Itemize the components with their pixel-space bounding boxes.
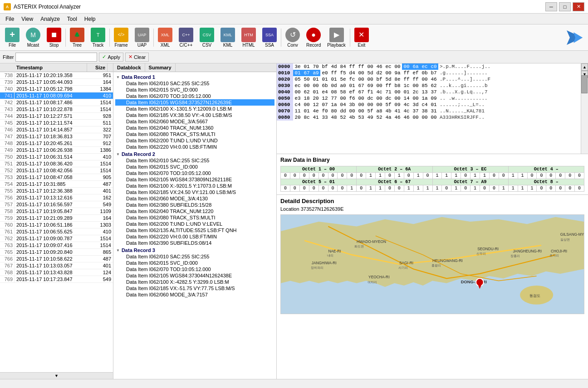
hex-scroll-up[interactable]: ▲ — [581, 63, 588, 71]
hex-byte[interactable]: 5d — [384, 76, 393, 82]
hex-byte[interactable]: 04 — [338, 102, 348, 108]
datablock-item[interactable]: Data Item I062/015 SVC_ID:000 — [115, 164, 274, 170]
table-row[interactable]: 750 2015-11-17 10:06:31.514 410 — [0, 154, 113, 160]
hex-byte[interactable]: 00 — [402, 63, 411, 70]
table-row[interactable]: 767 2015-11-17 10:13:03.057 401 — [0, 262, 113, 269]
hex-byte[interactable]: 00 — [393, 89, 402, 95]
hex-byte[interactable]: 00 — [357, 70, 366, 76]
hex-byte[interactable]: 00 — [375, 95, 384, 102]
hex-byte[interactable]: 3e — [293, 63, 302, 70]
datablock-item[interactable]: Data Item I062/080 TRACK_STS:MULTI — [115, 214, 274, 221]
table-row[interactable]: 769 2015-11-17 10:17:23.847 549 — [0, 276, 113, 283]
hex-byte[interactable]: dc — [384, 95, 393, 102]
hex-byte[interactable]: a0 — [338, 82, 348, 89]
hex-byte[interactable]: 4b — [384, 108, 393, 114]
hex-byte[interactable]: 5e — [338, 76, 348, 82]
hex-byte[interactable]: 80 — [329, 108, 338, 114]
hex-byte[interactable]: 00 — [357, 102, 366, 108]
hex-byte[interactable]: 37 — [429, 89, 438, 95]
hex-byte[interactable]: 1a — [329, 102, 338, 108]
hex-byte[interactable]: 01 — [302, 63, 311, 70]
menu-tool[interactable]: Tool — [64, 15, 81, 23]
hex-byte[interactable]: 00 — [302, 82, 311, 89]
uap-button[interactable]: UAP UAP — [132, 26, 152, 49]
hex-byte[interactable]: 01 — [429, 102, 438, 108]
frame-button[interactable]: </> Frame — [111, 26, 132, 49]
table-row[interactable]: 746 2015-11-17 10:14:14.857 322 — [0, 126, 113, 133]
datablock-record-header[interactable]: ▼Data Record 3 — [115, 247, 274, 253]
exit-button[interactable]: ✕ Exit — [351, 26, 372, 49]
hex-byte[interactable]: 09 — [429, 95, 438, 102]
hex-byte[interactable]: e3 — [293, 95, 302, 102]
table-row[interactable]: 738 2015-11-17 10:20:19.358 951 — [0, 72, 113, 79]
hex-byte[interactable]: 12 — [320, 95, 329, 102]
maximize-button[interactable]: □ — [559, 2, 571, 11]
table-row[interactable]: 749 2015-11-17 10:06:26.938 1386 — [0, 147, 113, 154]
hex-byte[interactable]: 08 — [329, 89, 338, 95]
hex-byte[interactable]: 00 — [420, 76, 429, 82]
hex-byte[interactable]: 0b — [420, 70, 429, 76]
table-row[interactable]: 752 2015-11-17 10:08:42.056 1514 — [0, 167, 113, 174]
hex-byte[interactable]: 00 — [357, 108, 366, 114]
hex-byte[interactable]: a9 — [311, 70, 320, 76]
titlebar-controls[interactable]: ─ □ ✕ — [545, 2, 584, 11]
hex-byte[interactable]: c4 — [420, 102, 429, 108]
file-button[interactable]: + File — [2, 26, 23, 49]
table-row[interactable]: 761 2015-11-17 10:06:55.625 410 — [0, 228, 113, 235]
table-scroll[interactable]: 738 2015-11-17 10:20:19.358 951 739 2015… — [0, 72, 113, 372]
table-row[interactable]: 756 2015-11-17 10:13:12.616 162 — [0, 194, 113, 201]
table-row[interactable]: 740 2015-11-17 10:05:12.798 1384 — [0, 86, 113, 92]
hex-byte[interactable]: 1c — [402, 82, 411, 89]
hex-byte[interactable]: 07 — [320, 102, 329, 108]
hex-byte[interactable]: ff — [348, 63, 357, 70]
hex-byte[interactable]: 85 — [420, 82, 429, 89]
table-row[interactable]: 753 2015-11-17 10:08:47.058 905 — [0, 174, 113, 181]
datablock-item[interactable]: Data Item I062/070 TOD:10:05:12.000 — [115, 170, 274, 176]
hex-byte[interactable]: dd — [338, 108, 348, 114]
datablock-item[interactable]: Data Item I062/010 SAC:255 SIC:255 — [115, 253, 274, 260]
hex-byte[interactable]: 00 — [375, 82, 384, 89]
hex-byte[interactable]: ec — [293, 82, 302, 89]
hex-byte[interactable]: a8 — [375, 108, 384, 114]
hex-byte[interactable]: 01 — [402, 89, 411, 95]
hex-byte[interactable]: 37 — [411, 108, 420, 114]
table-row[interactable]: 742 2015-11-17 10:08:17.486 1514 — [0, 99, 113, 106]
hex-byte[interactable]: 5d — [366, 70, 375, 76]
hex-byte[interactable]: 33 — [320, 114, 329, 121]
hex-byte[interactable]: 4c — [402, 102, 411, 108]
hex-byte[interactable]: f5 — [338, 70, 348, 76]
hex-byte[interactable]: ff — [384, 82, 393, 89]
menu-analyze[interactable]: Analyze — [37, 15, 64, 23]
table-row[interactable]: 741 2015-11-17 10:08:09.694 410 — [0, 92, 113, 99]
datablock-item[interactable]: Data Item I062/105 WGS84:373527N1262639E — [115, 99, 274, 106]
kml-button[interactable]: KML KML — [217, 26, 238, 49]
table-row[interactable]: 765 2015-11-17 10:09:20.840 865 — [0, 249, 113, 256]
hex-byte[interactable]: bf — [375, 76, 384, 82]
hex-scroll-thumb[interactable] — [581, 75, 588, 93]
hex-scrollbar[interactable]: ▲ ▼ — [581, 63, 588, 154]
mcast-button[interactable]: M Mcast — [23, 26, 44, 49]
hex-byte[interactable]: 62 — [302, 89, 311, 95]
table-row[interactable]: 754 2015-11-17 10:31:885 487 — [0, 181, 113, 188]
hex-byte[interactable]: 3d — [411, 102, 420, 108]
stop-button[interactable]: ■ Stop — [44, 26, 64, 49]
table-row[interactable]: 747 2015-11-17 10:18:36.813 707 — [0, 133, 113, 140]
datablock-item[interactable]: Data Item I062/060 MODE_3/A:4130 — [115, 195, 274, 202]
hex-byte[interactable]: 4c — [402, 108, 411, 114]
hex-byte[interactable]: ec — [384, 63, 393, 70]
datablock-record-header[interactable]: ▼Data Record 1 — [115, 74, 274, 80]
hex-byte[interactable]: 05 — [293, 76, 302, 82]
datablock-item[interactable]: Data Item I062/060 MODE_3/A:7157 — [115, 291, 274, 298]
hex-byte[interactable]: 50 — [302, 76, 311, 82]
hex-byte[interactable]: 01 — [311, 76, 320, 82]
hex-byte[interactable]: e4 — [320, 89, 329, 95]
datablock-item[interactable]: Data Item I062/185 VX:24.50 VY:121.00 LS… — [115, 189, 274, 195]
menu-view[interactable]: View — [18, 15, 37, 23]
hex-byte[interactable]: 01 — [293, 70, 302, 76]
hex-byte[interactable]: 46 — [393, 114, 402, 121]
hex-byte[interactable]: 77 — [329, 95, 338, 102]
hex-byte[interactable]: bf — [320, 63, 329, 70]
datablock-item[interactable]: Data Item I062/040 TRACK_NUM:1220 — [115, 208, 274, 214]
datablock-item[interactable]: Data Item I062/200 T:UND L:UND V:UND — [115, 137, 274, 144]
table-row[interactable]: 762 2015-11-17 10:09:00.787 1514 — [0, 235, 113, 242]
